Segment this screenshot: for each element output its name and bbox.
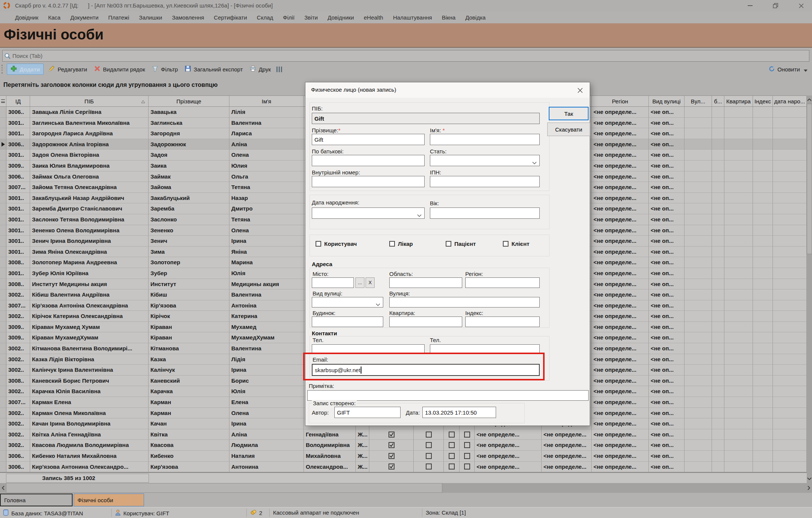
menu-item-6[interactable]: Замовлення: [172, 14, 204, 21]
menu-item-3[interactable]: Документи: [70, 14, 99, 21]
menu-item-9[interactable]: Філії: [283, 14, 294, 21]
column-header-street_type[interactable]: Вид вулиці: [649, 96, 685, 106]
column-header-id[interactable]: ІД: [6, 96, 30, 106]
hscroll-thumb[interactable]: [6, 483, 442, 493]
column-header[interactable]: [0, 96, 6, 106]
tab-physical-persons[interactable]: Фізичні особи: [74, 494, 144, 506]
column-header-birth[interactable]: дата наро...: [773, 96, 807, 106]
edit-button[interactable]: Редагувати: [45, 64, 91, 75]
firstname-field[interactable]: [430, 134, 540, 145]
minimize-icon[interactable]: [744, 2, 756, 9]
menu-item-1[interactable]: Довідник: [15, 14, 38, 21]
column-header-street[interactable]: Вул...: [685, 96, 712, 106]
table-cell: [753, 386, 773, 397]
street-field[interactable]: [389, 297, 540, 307]
menu-item-2[interactable]: Каса: [48, 14, 61, 21]
table-cell: [724, 139, 753, 150]
city-browse-button[interactable]: ...: [355, 277, 364, 288]
menu-item-4[interactable]: Платежі: [108, 14, 129, 21]
delete-row-button[interactable]: Видалити рядок: [91, 64, 149, 75]
vscroll-thumb[interactable]: [807, 104, 812, 254]
scroll-left-icon[interactable]: [0, 483, 6, 493]
ok-button[interactable]: Так: [549, 107, 589, 120]
columns-icon[interactable]: [276, 67, 282, 72]
table-cell: [712, 118, 724, 129]
street-type-select[interactable]: [312, 297, 383, 307]
created-date-field[interactable]: [422, 407, 496, 418]
oblast-field[interactable]: [389, 277, 462, 288]
column-header-last[interactable]: Прізвище: [149, 96, 229, 106]
index-field[interactable]: [465, 317, 540, 327]
close-icon[interactable]: [795, 2, 807, 9]
menu-item-12[interactable]: eHealth: [364, 14, 383, 21]
email-field[interactable]: skarbsup@ukr.net: [312, 364, 540, 376]
column-header-region[interactable]: Регіон: [592, 96, 649, 106]
menu-item-13[interactable]: Налаштування: [393, 14, 432, 21]
column-header-fio[interactable]: ПІБ: [30, 96, 149, 106]
scroll-right-icon[interactable]: [806, 483, 812, 493]
cancel-button[interactable]: Скасувати: [547, 123, 590, 136]
tel2-field[interactable]: [430, 344, 540, 353]
menu-item-8[interactable]: Склад: [257, 14, 273, 21]
ipn-field[interactable]: [430, 176, 540, 187]
city-field[interactable]: [312, 277, 354, 288]
menu-item-11[interactable]: Довідники: [328, 14, 354, 21]
add-button[interactable]: Додати: [7, 64, 44, 75]
patient-checkbox[interactable]: Пацієнт: [446, 241, 476, 247]
vertical-scrollbar[interactable]: [807, 95, 812, 483]
dialog-close-icon[interactable]: [576, 86, 584, 94]
client-checkbox[interactable]: Клієнт: [503, 241, 530, 247]
column-header-first[interactable]: Ім'я: [229, 96, 304, 106]
age-field[interactable]: [430, 208, 540, 219]
birthdate-select[interactable]: [312, 208, 425, 219]
user-checkbox[interactable]: Користувач: [316, 241, 357, 247]
table-cell: Олена: [229, 150, 304, 161]
table-cell: [685, 440, 712, 451]
horizontal-scrollbar[interactable]: [0, 483, 812, 493]
table-row[interactable]: 3006..Кир'язова Антонина Олександро...Ки…: [0, 462, 807, 473]
table-cell: <не определе...: [592, 451, 649, 462]
menu-item-14[interactable]: Вікна: [442, 14, 456, 21]
row-indicator-cell: [0, 203, 6, 214]
search-box[interactable]: [2, 50, 809, 62]
refresh-button[interactable]: Оновити: [768, 64, 807, 75]
tel1-field[interactable]: [312, 344, 425, 353]
table-row[interactable]: 3006..Кибенко Наталия МихайловнаКибенкоН…: [0, 451, 807, 462]
apartment-field[interactable]: [389, 317, 462, 327]
table-row[interactable]: 3002..Квасова Людмила ВолодимирівнаКвасо…: [0, 440, 807, 451]
patronymic-field[interactable]: [312, 155, 425, 166]
menu-item-10[interactable]: Звіти: [304, 14, 318, 21]
author-field[interactable]: [334, 407, 401, 418]
column-header-index[interactable]: Індекс: [753, 96, 773, 106]
menu-item-7[interactable]: Сертифікати: [214, 14, 247, 21]
menu-item-15[interactable]: Довідка: [465, 14, 486, 21]
scroll-down-icon[interactable]: [807, 475, 812, 483]
restore-icon[interactable]: [770, 2, 781, 9]
pib-field[interactable]: [312, 113, 540, 124]
table-cell: [712, 429, 724, 440]
building-field[interactable]: [312, 317, 383, 327]
tab-home[interactable]: Головна: [0, 494, 73, 506]
column-header-apartment[interactable]: Квартира: [724, 96, 753, 106]
scroll-up-icon[interactable]: [807, 95, 812, 104]
column-header-b[interactable]: б...: [712, 96, 724, 106]
internal-number-field[interactable]: [312, 176, 425, 187]
note-field[interactable]: [307, 390, 589, 401]
print-button[interactable]: Друк: [246, 64, 274, 75]
export-button[interactable]: Загальний експорт: [181, 64, 246, 75]
search-input[interactable]: [12, 53, 809, 59]
doctor-checkbox[interactable]: Лікар: [389, 241, 413, 247]
table-row[interactable]: 3002..Квітка Аліна ГеннадіївнаКвіткаАлін…: [0, 429, 807, 440]
table-cell: [724, 462, 753, 473]
lastname-field[interactable]: [312, 134, 425, 145]
table-cell-checkbox: [460, 451, 475, 462]
table-cell: Ж...: [356, 429, 369, 440]
table-cell: <не определе...: [592, 118, 649, 129]
menu-item-5[interactable]: Залишки: [139, 14, 162, 21]
city-clear-button[interactable]: X: [366, 277, 375, 288]
region-field[interactable]: [465, 277, 540, 288]
filter-button[interactable]: Фільтр: [149, 64, 181, 75]
gender-select[interactable]: [430, 155, 540, 166]
table-cell: 3001..: [6, 225, 30, 236]
toolbar-grip-handle[interactable]: [2, 65, 4, 74]
